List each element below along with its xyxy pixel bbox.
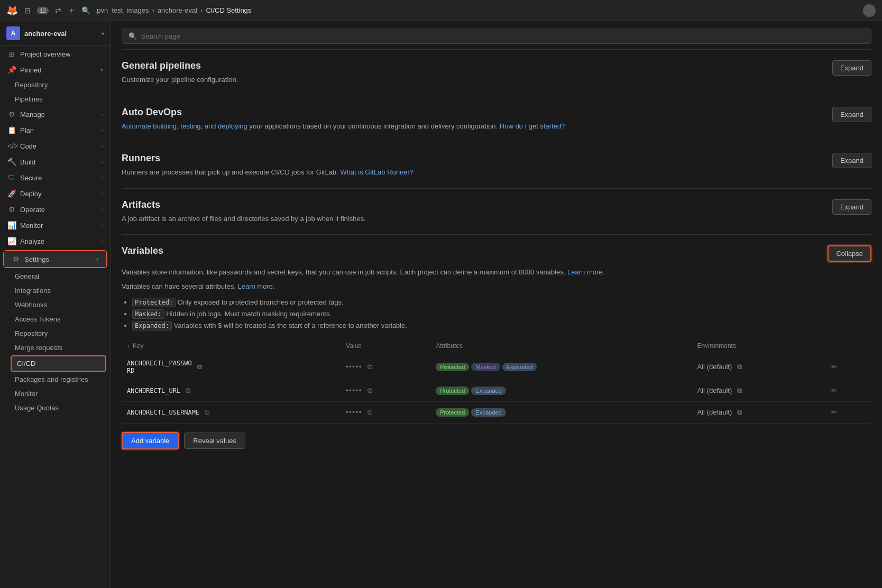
sidebar-item-pipelines[interactable]: Pipelines xyxy=(0,92,111,106)
sidebar-item-general[interactable]: General xyxy=(0,269,111,283)
auto-devops-link2[interactable]: How do I get started? xyxy=(500,122,565,130)
sidebar-item-analyze[interactable]: 📈 Analyze › xyxy=(0,233,111,249)
merge-requests-icon[interactable]: ⇄ xyxy=(55,6,61,15)
sidebar-item-cicd[interactable]: CI/CD xyxy=(12,356,105,371)
breadcrumb: pvn_test_images › anchore-eval › CI/CD S… xyxy=(97,6,251,14)
key-cell: ANCHORECTL_USERNAME⧉ xyxy=(122,401,341,423)
chevron-icon: › xyxy=(102,175,103,181)
sidebar-item-packages-registries[interactable]: Packages and registries xyxy=(0,372,111,387)
variables-desc1: Variables store information, like passwo… xyxy=(122,267,871,278)
learn-more-link2[interactable]: Learn more. xyxy=(237,282,274,290)
sidebar-item-manage[interactable]: ⚙ Manage › xyxy=(0,106,111,122)
monitor-icon: 📊 xyxy=(7,221,16,229)
sidebar-item-repository-settings[interactable]: Repository xyxy=(0,326,111,341)
variables-title: Variables xyxy=(122,245,163,256)
key-cell: ANCHORECTL_URL⧉ xyxy=(122,380,341,401)
sidebar-item-settings[interactable]: ⚙ Settings ▾ xyxy=(4,251,106,267)
expand-button[interactable]: Expand xyxy=(832,153,871,168)
topbar-left: 🦊 ⊟ 12 ⇄ ＋ 🔍 xyxy=(6,5,90,16)
badge-expanded: Expanded xyxy=(502,363,537,371)
expand-button[interactable]: Expand xyxy=(832,60,871,76)
section-title: Artifacts xyxy=(122,199,366,210)
sidebar-item-plan[interactable]: 📋 Plan › xyxy=(0,122,111,138)
project-name: anchore-eval xyxy=(24,30,97,38)
sidebar-toggle-icon[interactable]: ⊟ xyxy=(24,6,31,15)
project-overview-icon: ⊞ xyxy=(7,50,16,58)
section-header: Artifacts A job artifact is an archive o… xyxy=(122,199,871,224)
value-cell: •••••⧉ xyxy=(341,380,430,401)
bullet-protected: Protected: Only exposed to protected bra… xyxy=(132,297,871,308)
sidebar-item-secure[interactable]: 🛡 Secure › xyxy=(0,170,111,186)
badge-expanded: Expanded xyxy=(471,387,506,395)
copy-value-button[interactable]: ⧉ xyxy=(365,407,374,418)
copy-value-button[interactable]: ⧉ xyxy=(365,362,374,372)
sidebar-item-integrations[interactable]: Integrations xyxy=(0,283,111,298)
auto-devops-link1[interactable]: Automate building, testing, and deployin… xyxy=(122,122,247,130)
copy-key-button[interactable]: ⧉ xyxy=(203,407,212,418)
copy-key-button[interactable]: ⧉ xyxy=(183,385,192,396)
sidebar-item-repository[interactable]: Repository xyxy=(0,78,111,92)
runners-link[interactable]: What is GitLab Runner? xyxy=(340,168,414,176)
value-cell: •••••⧉ xyxy=(341,354,430,380)
expand-button[interactable]: Expand xyxy=(832,199,871,215)
sidebar-item-webhooks[interactable]: Webhooks xyxy=(0,298,111,312)
variables-desc2: Variables can have several attributes. L… xyxy=(122,281,871,292)
sidebar-item-build[interactable]: 🔨 Build › xyxy=(0,154,111,170)
chevron-icon: › xyxy=(102,159,103,165)
sort-icon: ↑ xyxy=(127,343,130,349)
sidebar-item-pinned[interactable]: 📌 Pinned ▾ xyxy=(0,62,111,78)
sidebar-item-merge-requests[interactable]: Merge requests xyxy=(0,341,111,355)
sidebar-item-monitor-settings[interactable]: Monitor xyxy=(0,387,111,401)
edit-cell: ✏ xyxy=(824,401,871,423)
new-item-icon[interactable]: ＋ xyxy=(68,6,75,15)
copy-env-button[interactable]: ⧉ xyxy=(735,407,744,418)
section-desc: A job artifact is an archive of files an… xyxy=(122,214,366,224)
sidebar-item-code[interactable]: </> Code › xyxy=(0,138,111,154)
collapse-button[interactable]: Collapse xyxy=(828,245,871,262)
sidebar-item-operate[interactable]: ⚙ Operate › xyxy=(0,201,111,217)
col-value: Value xyxy=(341,338,430,354)
sidebar-item-deploy[interactable]: 🚀 Deploy › xyxy=(0,186,111,201)
edit-variable-button[interactable]: ✏ xyxy=(829,362,839,372)
reveal-values-button[interactable]: Reveal values xyxy=(184,433,245,449)
copy-key-button[interactable]: ⧉ xyxy=(195,362,204,372)
section-artifacts: Artifacts A job artifact is an archive o… xyxy=(122,188,871,235)
expand-button[interactable]: Expand xyxy=(832,107,871,122)
project-selector[interactable]: A anchore-eval ▾ xyxy=(0,21,111,46)
edit-variable-button[interactable]: ✏ xyxy=(829,385,839,396)
plan-icon: 📋 xyxy=(7,126,16,134)
chevron-icon: ▾ xyxy=(100,67,103,73)
search-icon[interactable]: 🔍 xyxy=(81,6,90,15)
col-actions xyxy=(824,338,871,354)
sidebar-item-project-overview[interactable]: ⊞ Project overview xyxy=(0,46,111,62)
attributes-cell: ProtectedExpanded xyxy=(430,380,692,401)
search-bar-wrap: 🔍 xyxy=(111,21,882,49)
section-variables: Variables Collapse Variables store infor… xyxy=(122,234,871,460)
chevron-down-icon: ▾ xyxy=(102,31,104,36)
section-header: General pipelines Customize your pipelin… xyxy=(122,60,871,85)
main-content: 🔍 General pipelines Customize your pipel… xyxy=(111,21,882,588)
sidebar-item-usage-quotas[interactable]: Usage Quotas xyxy=(0,401,111,415)
copy-env-button[interactable]: ⧉ xyxy=(735,362,744,372)
badge-masked: Masked xyxy=(471,363,500,371)
table-row: ANCHORECTL_USERNAME⧉•••••⧉ProtectedExpan… xyxy=(122,401,871,423)
edit-cell: ✏ xyxy=(824,380,871,401)
copy-value-button[interactable]: ⧉ xyxy=(365,385,374,396)
merge-requests-badge[interactable]: 12 xyxy=(37,7,49,14)
key-cell: ANCHORECTL_PASSWORD⧉ xyxy=(122,354,341,380)
gitlab-logo[interactable]: 🦊 xyxy=(6,5,18,16)
analyze-icon: 📈 xyxy=(7,237,16,245)
search-input[interactable] xyxy=(141,32,865,40)
copy-env-button[interactable]: ⧉ xyxy=(735,385,744,396)
breadcrumb-project[interactable]: anchore-eval xyxy=(158,6,197,14)
sidebar-item-label: Project overview xyxy=(20,50,103,58)
add-variable-button[interactable]: Add variable xyxy=(122,432,179,449)
learn-more-link1[interactable]: Learn more. xyxy=(567,268,604,276)
avatar[interactable] xyxy=(863,4,876,17)
sidebar-item-monitor[interactable]: 📊 Monitor › xyxy=(0,217,111,233)
badge-protected: Protected xyxy=(436,387,469,395)
breadcrumb-org[interactable]: pvn_test_images xyxy=(97,6,149,14)
masked-value: ••••• xyxy=(346,363,362,371)
edit-variable-button[interactable]: ✏ xyxy=(829,407,839,417)
sidebar-item-access-tokens[interactable]: Access Tokens xyxy=(0,312,111,326)
